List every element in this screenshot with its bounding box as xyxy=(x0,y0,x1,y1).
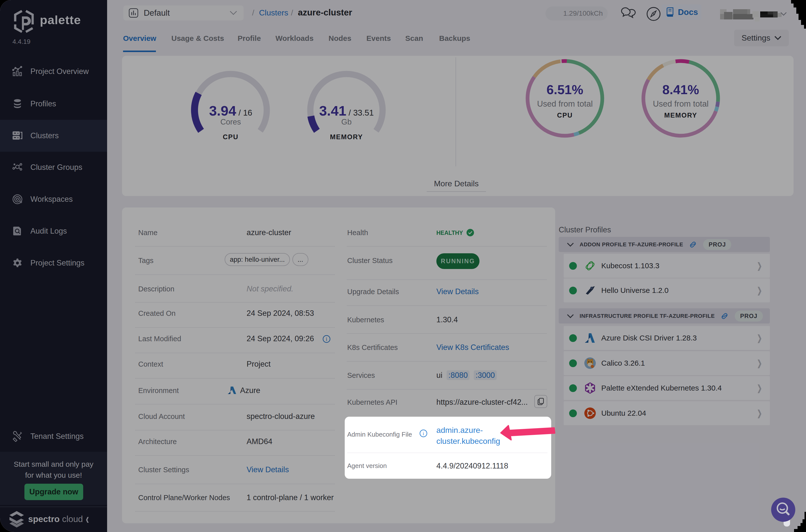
svg-text:i: i xyxy=(423,431,424,436)
